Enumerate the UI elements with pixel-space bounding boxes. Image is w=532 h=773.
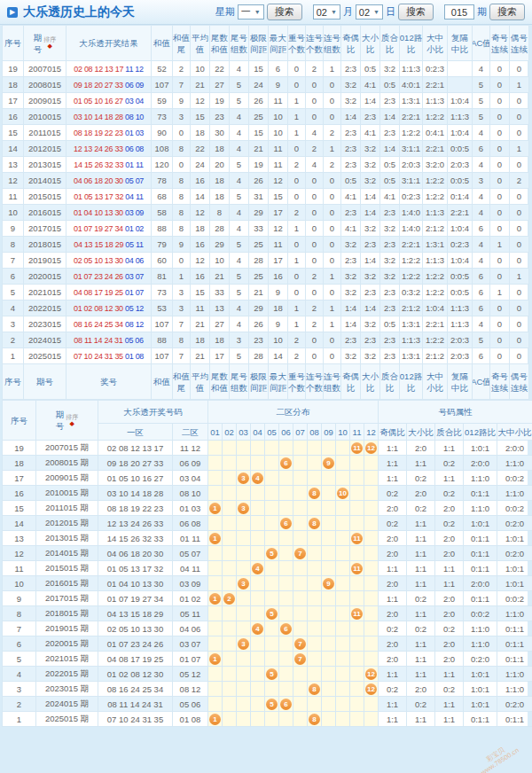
sort-icon[interactable]: 排序◆ (66, 414, 78, 427)
stat-cell: 2:3 (361, 109, 380, 125)
attr-cell: 1:1:0 (464, 621, 497, 636)
stat-cell: 0 (490, 189, 510, 205)
ball-cell (350, 471, 364, 486)
stat-cell: 3:2 (380, 253, 400, 269)
stat-cell: 23 (210, 109, 230, 125)
stat-cell: 1 (490, 285, 510, 301)
attr-cell: 2:0 (379, 546, 407, 561)
draw-row: 102016015 期01 04 10 13 3003 09392:01:11:… (3, 576, 532, 591)
number-ball: 9 (323, 457, 334, 469)
attr-cell: 2:0 (379, 576, 407, 591)
draw-row: 142012015 期12 13 24 26 3306 08680:21:10:… (3, 516, 532, 531)
ball-cell (308, 652, 322, 667)
stat-cell: 0 (490, 173, 510, 189)
ball-cell (279, 546, 293, 561)
stat-cell: 1:4 (361, 301, 380, 316)
attr-cell: 1:1 (379, 697, 407, 712)
stat-cell: 2:3 (380, 93, 400, 109)
ball-cell (350, 712, 364, 727)
seq-cell: 11 (3, 561, 36, 576)
zone2-numbers: 05 11 (173, 606, 208, 621)
issue-input[interactable] (444, 4, 474, 20)
stat-cell: 18 (210, 141, 230, 157)
ball-cell (237, 682, 251, 697)
ball-cell: 5 (265, 606, 279, 621)
ball-cell (237, 606, 251, 621)
search-week-button[interactable]: 搜索 (267, 4, 302, 20)
ball-cell (265, 471, 279, 486)
ball-cell (223, 471, 237, 486)
stat-cell: 1:3:1 (400, 316, 423, 332)
stat-cell: 5 (473, 93, 490, 109)
stat-cell: 1:2:2 (400, 125, 423, 141)
stat-cell: 0 (288, 237, 306, 253)
column-header: 奇号连续 (490, 26, 510, 61)
stat-cell: 0:2:3 (448, 237, 473, 253)
column-header: 平均值 (191, 364, 210, 400)
stat-cell: 6 (473, 348, 490, 364)
stat-cell: 107 (152, 316, 173, 332)
stat-cell: 0 (306, 332, 324, 348)
week-select[interactable]: 一 ▼ (238, 4, 264, 20)
month-select[interactable]: 02 ▼ (313, 4, 340, 20)
sort-icon[interactable]: 排序◆ (43, 36, 56, 50)
number-ball: 5 (266, 548, 278, 559)
attr-cell: 0:0:2 (497, 591, 532, 606)
result-cell: 04 06 18 20 30 05 07 (66, 173, 152, 189)
stat-cell: 6 (473, 301, 490, 316)
attr-cell: 2:0 (435, 546, 464, 561)
front-numbers: 01 07 19 27 34 (74, 224, 123, 233)
stat-cell: 0 (490, 77, 510, 93)
zone1-numbers: 12 13 24 26 33 (98, 516, 173, 531)
stat-cell: 58 (152, 205, 173, 221)
ball-cell (336, 501, 350, 516)
attr-cell: 1:1:0 (497, 456, 532, 471)
ball-cell: 5 (265, 667, 279, 682)
stat-cell: 3 (230, 332, 249, 348)
stat-cell: 6 (473, 141, 490, 157)
attr-cell: 1:0:1 (464, 697, 497, 712)
front-numbers: 12 13 24 26 33 (74, 144, 123, 153)
column-header[interactable]: 期号排序◆ (24, 26, 66, 61)
search-issue-button[interactable]: 搜索 (489, 4, 525, 20)
stat-cell: 21 (191, 316, 210, 332)
ball-cell (223, 441, 237, 456)
stat-cell: 2:2:1 (400, 109, 423, 125)
attr-cell: 0:0:2 (464, 606, 497, 621)
attr-cell: 1:0:1 (464, 682, 497, 697)
stat-cell: 2 (306, 141, 324, 157)
stat-cell: 53 (152, 301, 173, 316)
stat-cell: 0 (288, 189, 306, 205)
stat-cell: 0 (510, 61, 529, 77)
ball-cell (223, 546, 237, 561)
stat-cell: 2 (173, 61, 191, 77)
attr-cell: 1:1 (379, 667, 407, 682)
stat-cell: 16 (191, 173, 210, 189)
draw-row: 132013015 期14 15 26 32 3301 111112:01:12… (3, 531, 532, 546)
stat-cell: 18 (191, 125, 210, 141)
draw-row: 62020015 期01 07 23 24 2603 07372:01:12:0… (3, 636, 532, 652)
attr-cell: 2:0 (407, 682, 435, 697)
zone2-numbers: 01 08 (173, 712, 208, 727)
zone1-numbers: 03 10 14 18 28 (98, 486, 173, 501)
ball-cell (322, 636, 336, 652)
seq-cell: 7 (3, 253, 24, 269)
stat-cell: 2 (288, 348, 306, 364)
stat-cell: 11 (269, 237, 288, 253)
ball-cell (293, 621, 308, 636)
ball-cell (364, 636, 379, 652)
attr-cell: 0:2:0 (497, 546, 532, 561)
ball-cell (265, 712, 279, 727)
day-select[interactable]: 02 ▼ (356, 4, 383, 20)
stat-cell: 29 (210, 237, 230, 253)
stat-cell: 0 (306, 109, 324, 125)
attr-cell: 1:1 (407, 606, 435, 621)
front-numbers: 03 10 14 18 28 (74, 113, 123, 121)
column-header[interactable]: 期号排序◆ (36, 401, 98, 441)
stat-cell: 9 (173, 237, 191, 253)
draw-row: 16201001503 10 14 18 28 08 1073315234251… (3, 109, 529, 125)
number-ball: 1 (209, 653, 221, 665)
column-header: 质合比 (380, 26, 400, 61)
ball-cell (350, 576, 364, 591)
search-date-button[interactable]: 搜索 (398, 4, 434, 20)
